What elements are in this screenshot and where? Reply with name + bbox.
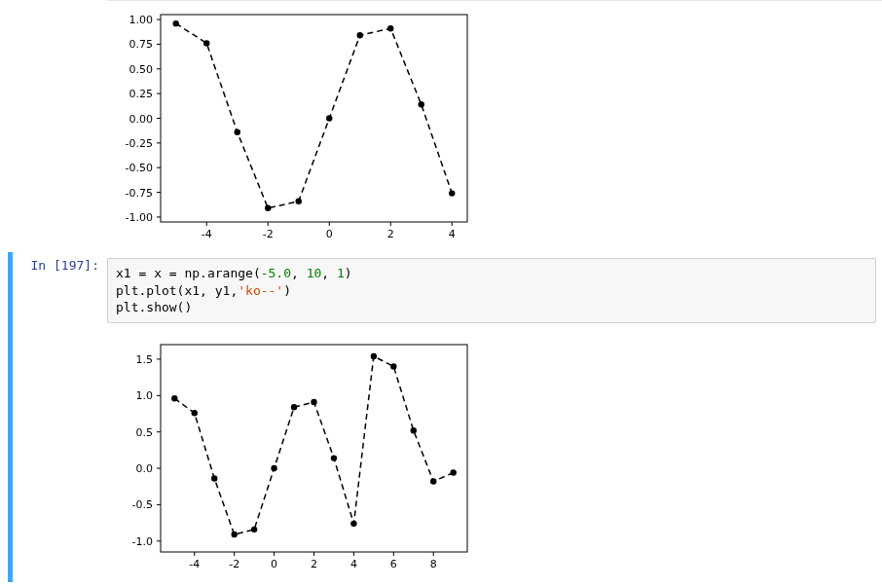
svg-text:2: 2 — [311, 558, 317, 570]
svg-point-32 — [265, 205, 271, 211]
svg-point-29 — [173, 20, 179, 26]
svg-text:-1.00: -1.00 — [126, 211, 153, 224]
chart-1: -1.00-0.75-0.50-0.250.000.250.500.751.00… — [107, 1, 876, 252]
svg-text:4: 4 — [449, 228, 456, 240]
svg-text:1.5: 1.5 — [136, 353, 154, 366]
svg-point-74 — [331, 455, 337, 460]
svg-point-73 — [311, 398, 316, 404]
svg-point-80 — [450, 469, 456, 475]
chart-2: -1.0-0.50.00.51.01.5-4-202468 — [107, 331, 876, 582]
svg-text:8: 8 — [430, 558, 437, 570]
svg-text:-4: -4 — [202, 228, 212, 240]
svg-point-67 — [192, 410, 198, 416]
svg-text:-0.50: -0.50 — [126, 162, 153, 174]
code-editor[interactable]: x1 = x = np.arange(-5.0, 10, 1) plt.plot… — [107, 258, 876, 323]
svg-point-69 — [231, 532, 237, 537]
svg-point-33 — [296, 199, 302, 204]
svg-text:0.0: 0.0 — [136, 462, 154, 475]
svg-text:1.00: 1.00 — [129, 14, 154, 26]
svg-text:-0.25: -0.25 — [126, 137, 153, 150]
output-cell-top: -1.00-0.75-0.50-0.250.000.250.500.751.00… — [0, 1, 882, 252]
svg-text:-1.0: -1.0 — [132, 534, 153, 547]
svg-point-77 — [390, 363, 396, 369]
svg-point-71 — [271, 464, 276, 470]
svg-point-68 — [211, 475, 217, 481]
svg-point-38 — [449, 190, 455, 196]
svg-text:0.00: 0.00 — [129, 113, 154, 126]
svg-rect-39 — [161, 345, 467, 552]
svg-text:-2: -2 — [229, 558, 239, 570]
svg-point-76 — [371, 352, 377, 358]
svg-point-72 — [291, 404, 297, 410]
svg-text:4: 4 — [350, 558, 357, 570]
svg-point-70 — [251, 526, 257, 532]
svg-point-78 — [411, 427, 417, 433]
svg-text:0.5: 0.5 — [136, 425, 154, 438]
svg-text:1.0: 1.0 — [136, 389, 154, 402]
svg-point-37 — [419, 101, 424, 107]
svg-text:-2: -2 — [263, 228, 274, 240]
svg-point-30 — [203, 40, 209, 46]
svg-point-66 — [171, 395, 177, 401]
svg-text:2: 2 — [387, 228, 394, 240]
svg-point-35 — [357, 32, 363, 38]
svg-point-75 — [350, 520, 356, 526]
svg-text:0.25: 0.25 — [129, 88, 154, 100]
svg-text:-0.75: -0.75 — [126, 187, 153, 200]
svg-text:0: 0 — [326, 228, 333, 240]
svg-text:-0.5: -0.5 — [132, 498, 153, 511]
svg-text:0.75: 0.75 — [129, 38, 154, 51]
output-prompt — [0, 1, 107, 7]
svg-text:0: 0 — [271, 558, 277, 570]
input-prompt: In [197]: — [0, 252, 107, 273]
svg-text:0.50: 0.50 — [129, 63, 154, 76]
svg-text:6: 6 — [390, 558, 397, 570]
svg-point-79 — [430, 478, 436, 484]
svg-text:-4: -4 — [189, 558, 200, 570]
svg-point-34 — [326, 115, 332, 121]
code-cell-197[interactable]: In [197]: x1 = x = np.arange(-5.0, 10, 1… — [0, 252, 882, 582]
svg-point-31 — [235, 129, 240, 135]
svg-point-36 — [387, 25, 393, 31]
notebook: -1.00-0.75-0.50-0.250.000.250.500.751.00… — [0, 0, 882, 582]
